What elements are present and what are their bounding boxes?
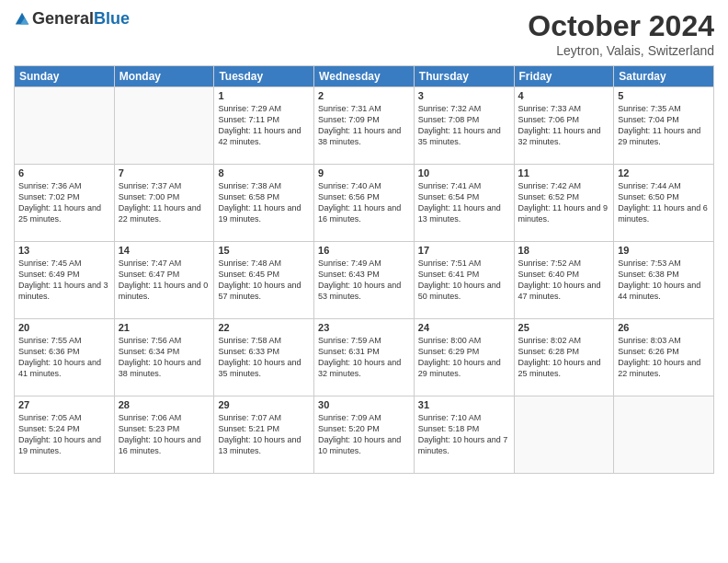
calendar-cell: 12Sunrise: 7:44 AM Sunset: 6:50 PM Dayli…: [614, 165, 714, 242]
day-number: 29: [218, 399, 310, 410]
logo-icon: [14, 11, 30, 28]
calendar-cell: 2Sunrise: 7:31 AM Sunset: 7:09 PM Daylig…: [314, 87, 415, 165]
day-info: Sunrise: 7:09 AM Sunset: 5:20 PM Dayligh…: [318, 412, 410, 457]
logo: GeneralBlue: [14, 9, 130, 29]
day-info: Sunrise: 7:41 AM Sunset: 6:54 PM Dayligh…: [418, 180, 510, 225]
day-info: Sunrise: 7:48 AM Sunset: 6:45 PM Dayligh…: [218, 258, 310, 303]
calendar-cell: 14Sunrise: 7:47 AM Sunset: 6:47 PM Dayli…: [114, 242, 214, 319]
calendar-cell: [514, 396, 614, 474]
calendar-cell: 7Sunrise: 7:37 AM Sunset: 7:00 PM Daylig…: [114, 165, 214, 242]
day-info: Sunrise: 7:47 AM Sunset: 6:47 PM Dayligh…: [119, 258, 210, 303]
day-number: 23: [318, 322, 410, 333]
day-info: Sunrise: 8:03 AM Sunset: 6:26 PM Dayligh…: [618, 335, 710, 380]
col-header-tuesday: Tuesday: [214, 66, 314, 87]
day-number: 2: [318, 90, 410, 101]
day-number: 19: [618, 245, 710, 256]
day-number: 17: [418, 245, 510, 256]
day-number: 9: [318, 167, 410, 178]
day-info: Sunrise: 7:49 AM Sunset: 6:43 PM Dayligh…: [318, 258, 410, 303]
day-number: 10: [418, 167, 510, 178]
day-number: 27: [18, 399, 110, 410]
day-number: 28: [119, 399, 210, 410]
calendar-cell: 9Sunrise: 7:40 AM Sunset: 6:56 PM Daylig…: [314, 165, 415, 242]
calendar-cell: [15, 87, 115, 165]
header: GeneralBlue October 2024 Leytron, Valais…: [14, 9, 714, 58]
day-info: Sunrise: 7:10 AM Sunset: 5:18 PM Dayligh…: [418, 412, 510, 457]
day-number: 25: [518, 322, 610, 333]
day-info: Sunrise: 7:44 AM Sunset: 6:50 PM Dayligh…: [618, 180, 710, 225]
title-area: October 2024 Leytron, Valais, Switzerlan…: [528, 9, 714, 58]
day-number: 21: [119, 322, 210, 333]
col-header-saturday: Saturday: [614, 66, 714, 87]
calendar-cell: 27Sunrise: 7:05 AM Sunset: 5:24 PM Dayli…: [15, 396, 115, 474]
day-number: 4: [518, 90, 610, 101]
calendar-week-1: 1Sunrise: 7:29 AM Sunset: 7:11 PM Daylig…: [15, 87, 714, 165]
day-number: 11: [518, 167, 610, 178]
calendar-cell: 29Sunrise: 7:07 AM Sunset: 5:21 PM Dayli…: [214, 396, 314, 474]
day-info: Sunrise: 7:52 AM Sunset: 6:40 PM Dayligh…: [518, 258, 610, 303]
day-info: Sunrise: 7:36 AM Sunset: 7:02 PM Dayligh…: [18, 180, 110, 225]
day-info: Sunrise: 7:53 AM Sunset: 6:38 PM Dayligh…: [618, 258, 710, 303]
calendar-week-2: 6Sunrise: 7:36 AM Sunset: 7:02 PM Daylig…: [15, 165, 714, 242]
logo-blue: Blue: [94, 9, 130, 28]
col-header-sunday: Sunday: [15, 66, 115, 87]
calendar-cell: 20Sunrise: 7:55 AM Sunset: 6:36 PM Dayli…: [15, 319, 115, 396]
calendar-week-4: 20Sunrise: 7:55 AM Sunset: 6:36 PM Dayli…: [15, 319, 714, 396]
day-number: 15: [218, 245, 310, 256]
calendar-cell: 8Sunrise: 7:38 AM Sunset: 6:58 PM Daylig…: [214, 165, 314, 242]
calendar-header-row: SundayMondayTuesdayWednesdayThursdayFrid…: [15, 66, 714, 87]
day-number: 31: [418, 399, 510, 410]
day-info: Sunrise: 7:07 AM Sunset: 5:21 PM Dayligh…: [218, 412, 310, 457]
page: GeneralBlue October 2024 Leytron, Valais…: [0, 0, 728, 563]
calendar-cell: 15Sunrise: 7:48 AM Sunset: 6:45 PM Dayli…: [214, 242, 314, 319]
day-number: 6: [18, 167, 110, 178]
day-info: Sunrise: 7:06 AM Sunset: 5:23 PM Dayligh…: [119, 412, 210, 457]
month-title: October 2024: [528, 9, 714, 43]
calendar-cell: 28Sunrise: 7:06 AM Sunset: 5:23 PM Dayli…: [114, 396, 214, 474]
calendar-cell: 30Sunrise: 7:09 AM Sunset: 5:20 PM Dayli…: [314, 396, 415, 474]
calendar-cell: [114, 87, 214, 165]
calendar-cell: 31Sunrise: 7:10 AM Sunset: 5:18 PM Dayli…: [414, 396, 514, 474]
col-header-wednesday: Wednesday: [314, 66, 415, 87]
calendar-cell: 26Sunrise: 8:03 AM Sunset: 6:26 PM Dayli…: [614, 319, 714, 396]
day-info: Sunrise: 7:58 AM Sunset: 6:33 PM Dayligh…: [218, 335, 310, 380]
calendar-cell: 19Sunrise: 7:53 AM Sunset: 6:38 PM Dayli…: [614, 242, 714, 319]
day-number: 18: [518, 245, 610, 256]
day-info: Sunrise: 7:59 AM Sunset: 6:31 PM Dayligh…: [318, 335, 410, 380]
day-info: Sunrise: 7:32 AM Sunset: 7:08 PM Dayligh…: [418, 103, 510, 148]
location: Leytron, Valais, Switzerland: [528, 43, 714, 58]
day-info: Sunrise: 7:33 AM Sunset: 7:06 PM Dayligh…: [518, 103, 610, 148]
day-number: 30: [318, 399, 410, 410]
day-number: 7: [119, 167, 210, 178]
day-number: 22: [218, 322, 310, 333]
day-info: Sunrise: 7:55 AM Sunset: 6:36 PM Dayligh…: [18, 335, 110, 380]
calendar-cell: 10Sunrise: 7:41 AM Sunset: 6:54 PM Dayli…: [414, 165, 514, 242]
calendar-cell: 6Sunrise: 7:36 AM Sunset: 7:02 PM Daylig…: [15, 165, 115, 242]
day-info: Sunrise: 7:45 AM Sunset: 6:49 PM Dayligh…: [18, 258, 110, 303]
day-number: 13: [18, 245, 110, 256]
calendar-cell: 24Sunrise: 8:00 AM Sunset: 6:29 PM Dayli…: [414, 319, 514, 396]
day-number: 8: [218, 167, 310, 178]
calendar-week-5: 27Sunrise: 7:05 AM Sunset: 5:24 PM Dayli…: [15, 396, 714, 474]
day-info: Sunrise: 7:35 AM Sunset: 7:04 PM Dayligh…: [618, 103, 710, 148]
day-number: 24: [418, 322, 510, 333]
day-info: Sunrise: 7:56 AM Sunset: 6:34 PM Dayligh…: [119, 335, 210, 380]
day-number: 12: [618, 167, 710, 178]
day-number: 20: [18, 322, 110, 333]
calendar-cell: 17Sunrise: 7:51 AM Sunset: 6:41 PM Dayli…: [414, 242, 514, 319]
day-info: Sunrise: 7:40 AM Sunset: 6:56 PM Dayligh…: [318, 180, 410, 225]
calendar-cell: 25Sunrise: 8:02 AM Sunset: 6:28 PM Dayli…: [514, 319, 614, 396]
day-number: 3: [418, 90, 510, 101]
day-info: Sunrise: 8:00 AM Sunset: 6:29 PM Dayligh…: [418, 335, 510, 380]
day-info: Sunrise: 7:31 AM Sunset: 7:09 PM Dayligh…: [318, 103, 410, 148]
day-info: Sunrise: 7:29 AM Sunset: 7:11 PM Dayligh…: [218, 103, 310, 148]
calendar-cell: 18Sunrise: 7:52 AM Sunset: 6:40 PM Dayli…: [514, 242, 614, 319]
day-info: Sunrise: 7:51 AM Sunset: 6:41 PM Dayligh…: [418, 258, 510, 303]
day-number: 16: [318, 245, 410, 256]
calendar-cell: 13Sunrise: 7:45 AM Sunset: 6:49 PM Dayli…: [15, 242, 115, 319]
logo-general: General: [32, 9, 94, 28]
day-info: Sunrise: 7:38 AM Sunset: 6:58 PM Dayligh…: [218, 180, 310, 225]
day-number: 1: [218, 90, 310, 101]
calendar-cell: 1Sunrise: 7:29 AM Sunset: 7:11 PM Daylig…: [214, 87, 314, 165]
col-header-thursday: Thursday: [414, 66, 514, 87]
